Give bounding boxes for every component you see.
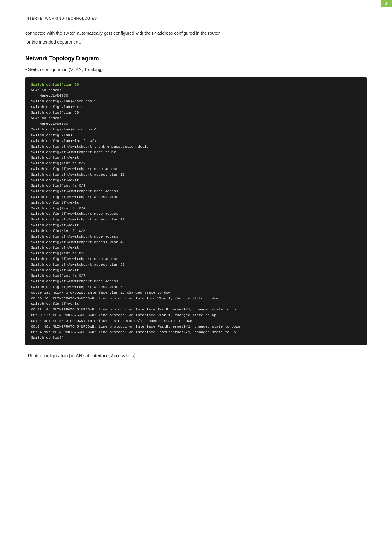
switch-config-label: - Switch configuration (VLAN, Trunking) <box>25 66 367 73</box>
intro-line-2: for the intended department. <box>25 39 367 45</box>
intro-line-1: connected with the switch automatically … <box>25 30 367 37</box>
router-config-label: - Router configuration (VLAN sub interfa… <box>25 352 367 359</box>
header-title: INTERNETWORKING TECHNOLOGIES <box>25 16 367 20</box>
terminal-first-line: Switch(config)#vlan 50 <box>31 82 79 87</box>
page-number-badge: 3 <box>381 0 392 7</box>
page-container: 3 INTERNETWORKING TECHNOLOGIES connected… <box>0 0 392 554</box>
terminal-block: Switch(config)#vlan 50 VLAN 50 added: Na… <box>25 77 367 345</box>
section-heading: Network Topology Diagram <box>25 55 367 62</box>
